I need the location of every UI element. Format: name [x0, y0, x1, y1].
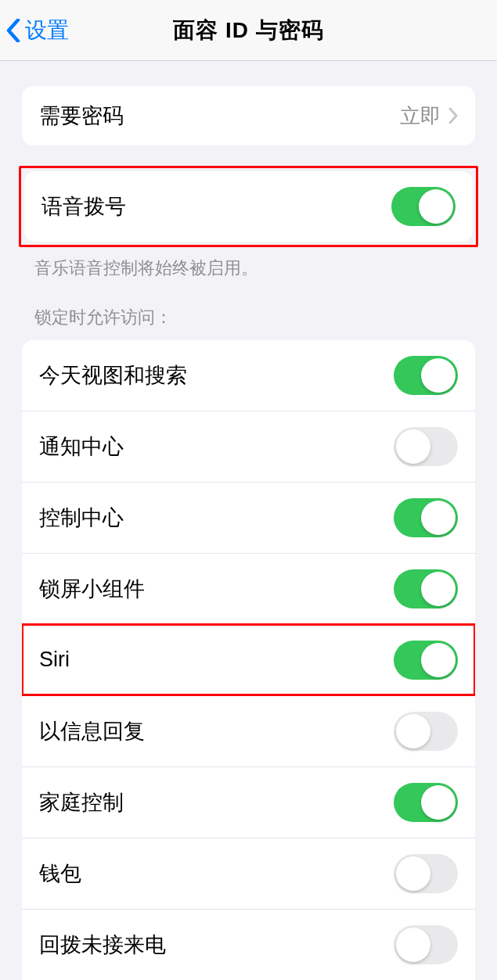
allow-access-toggle[interactable] [394, 641, 458, 680]
voice-dial-footer: 音乐语音控制将始终被启用。 [0, 247, 497, 281]
allow-access-row: 今天视图和搜索 [22, 340, 475, 411]
toggle-knob [421, 785, 456, 820]
toggle-knob [396, 429, 430, 464]
allow-access-row: 锁屏小组件 [22, 553, 475, 624]
require-passcode-label: 需要密码 [39, 102, 124, 130]
allow-access-label: 回拨未接来电 [39, 931, 166, 959]
toggle-knob [419, 189, 453, 224]
allow-access-row: 控制中心 [22, 482, 475, 553]
page-title: 面容 ID 与密码 [0, 16, 497, 45]
require-passcode-value-text: 立即 [400, 102, 441, 130]
toggle-knob [421, 358, 456, 393]
navbar: 设置 面容 ID 与密码 [0, 0, 497, 61]
allow-access-toggle[interactable] [394, 783, 458, 822]
toggle-knob [421, 501, 456, 535]
back-button[interactable]: 设置 [0, 16, 69, 45]
require-passcode-row[interactable]: 需要密码 立即 [22, 86, 475, 145]
allow-access-toggle[interactable] [394, 498, 458, 537]
allow-access-row: 钱包 [22, 838, 475, 909]
allow-access-label: 钱包 [39, 860, 81, 888]
toggle-knob [396, 714, 430, 748]
chevron-left-icon [6, 19, 20, 42]
voice-dial-highlight: 语音拨号 [19, 166, 478, 247]
allow-access-toggle[interactable] [394, 925, 458, 964]
toggle-knob [396, 856, 430, 891]
content: 需要密码 立即 语音拨号 音乐语音控制将始终被启用。 锁定时允许访问： 今天视图… [0, 86, 497, 980]
allow-access-toggle[interactable] [394, 854, 458, 893]
allow-access-label: 以信息回复 [39, 717, 145, 745]
voice-dial-toggle[interactable] [391, 187, 456, 226]
allow-access-label: 今天视图和搜索 [39, 361, 187, 389]
allow-access-label: Siri [39, 648, 70, 672]
toggle-knob [421, 572, 456, 606]
allow-access-row: 通知中心 [22, 411, 475, 482]
toggle-knob [396, 928, 430, 962]
allow-access-row: 以信息回复 [22, 695, 475, 766]
allow-access-row: 回拨未接来电 [22, 909, 475, 980]
chevron-right-icon [448, 108, 458, 124]
allow-access-label: 锁屏小组件 [39, 575, 145, 603]
allow-access-group: 今天视图和搜索通知中心控制中心锁屏小组件Siri以信息回复家庭控制钱包回拨未接来… [22, 340, 475, 980]
back-label: 设置 [25, 16, 69, 45]
allow-access-row: 家庭控制 [22, 766, 475, 838]
voice-dial-label: 语音拨号 [41, 192, 126, 221]
allow-access-toggle[interactable] [394, 712, 458, 751]
allow-access-row: Siri [22, 624, 475, 695]
allow-access-label: 家庭控制 [39, 788, 124, 817]
allow-access-toggle[interactable] [394, 356, 458, 395]
require-passcode-group: 需要密码 立即 [22, 86, 475, 145]
allow-access-header: 锁定时允许访问： [0, 281, 497, 336]
allow-access-label: 通知中心 [39, 433, 124, 461]
allow-access-toggle[interactable] [394, 427, 458, 466]
allow-access-label: 控制中心 [39, 504, 124, 532]
allow-access-toggle[interactable] [394, 569, 458, 608]
toggle-knob [421, 643, 456, 677]
voice-dial-group: 语音拨号 [24, 171, 473, 242]
voice-dial-row: 语音拨号 [24, 171, 473, 242]
require-passcode-value: 立即 [400, 102, 458, 130]
